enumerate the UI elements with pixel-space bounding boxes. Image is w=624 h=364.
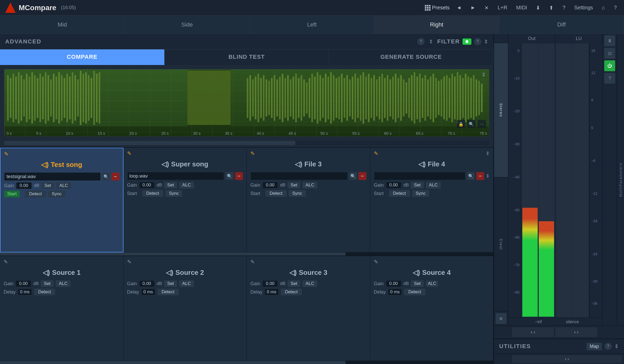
tab-left[interactable]: Left — [250, 16, 374, 34]
source-2-set-btn[interactable]: Set — [164, 182, 177, 188]
meter-camera-btn[interactable]: ⊡ — [604, 48, 615, 59]
source-2-gain-value[interactable]: 0.00 — [139, 182, 155, 188]
home-button[interactable]: ⌂ — [600, 4, 607, 12]
filter-toggle[interactable] — [463, 38, 471, 45]
transport-right-btn[interactable]: ‹ › — [555, 327, 597, 337]
waveform-scrollbar[interactable] — [4, 141, 489, 145]
help2-button[interactable]: ? — [612, 4, 619, 12]
source-1-gain-value[interactable]: 0.00 — [16, 182, 32, 189]
source-1-alc-btn[interactable]: ALC — [56, 182, 71, 189]
more-btn[interactable]: ⋯ — [478, 120, 486, 128]
transport-left-btn[interactable]: ‹ › — [512, 327, 554, 337]
source-5-gain-value[interactable]: 0.00 — [16, 280, 31, 287]
lr-button[interactable]: L+R — [496, 4, 509, 12]
lock-btn[interactable]: 🔒 — [457, 120, 465, 128]
source-4-file-input[interactable] — [374, 172, 466, 180]
source-3-gain-value[interactable]: 0.00 — [262, 182, 278, 188]
stereo-mode-btn[interactable]: Stereo — [494, 43, 508, 177]
source-4-name[interactable]: ◁) File 4 — [374, 158, 490, 170]
utilities-help-icon[interactable]: ? — [604, 343, 612, 350]
source-8-edit-icon[interactable]: ✎ — [374, 259, 378, 265]
source-6-detect-btn[interactable]: Detect — [157, 289, 178, 295]
zoom-out-btn[interactable]: 🔍 — [467, 120, 476, 128]
source-7-edit-icon[interactable]: ✎ — [250, 259, 255, 265]
import-button[interactable]: ⬇ — [534, 4, 542, 12]
tab-side[interactable]: Side — [125, 16, 250, 34]
source-3-file-input[interactable] — [250, 172, 348, 180]
source-1-file-input[interactable] — [4, 172, 101, 181]
source-6-set-btn[interactable]: Set — [164, 280, 177, 287]
source-4-arrow-btn[interactable]: ⇕ — [486, 173, 490, 179]
tab-blind-test[interactable]: BLIND TEST — [165, 49, 329, 65]
row2-scrollbar[interactable] — [0, 361, 493, 364]
tab-diff[interactable]: Diff — [499, 16, 624, 34]
source-1-detect-btn[interactable]: Detect — [25, 191, 46, 197]
source-3-search-btn[interactable]: 🔍 — [349, 172, 357, 180]
source-6-gain-value[interactable]: 0.00 — [139, 280, 155, 287]
help-icon[interactable]: ? — [560, 4, 567, 12]
source-1-edit-icon[interactable]: ✎ — [4, 151, 9, 157]
source-1-start-btn[interactable]: Start — [4, 191, 20, 197]
advanced-help-icon[interactable]: ? — [417, 38, 425, 45]
source-5-detect-btn[interactable]: Detect — [34, 289, 55, 295]
meter-help-btn[interactable]: ? — [604, 73, 615, 84]
source-2-remove-btn[interactable]: − — [235, 172, 243, 180]
source-1-set-btn[interactable]: Set — [41, 182, 54, 189]
source-1-remove-btn[interactable]: − — [112, 173, 119, 180]
meter-pause-btn[interactable]: ⏸ — [604, 35, 615, 46]
source-5-edit-icon[interactable]: ✎ — [4, 259, 8, 265]
source-7-name[interactable]: ◁) Source 3 — [250, 266, 366, 279]
source-4-gain-value[interactable]: 0.00 — [386, 182, 401, 188]
source-6-delay-value[interactable]: 0 ms — [141, 289, 155, 295]
source-3-edit-icon[interactable]: ✎ — [250, 150, 255, 157]
filter-help-icon[interactable]: ? — [474, 38, 481, 45]
prev-button[interactable]: ◄ — [454, 4, 464, 12]
source-3-remove-btn[interactable]: − — [359, 172, 366, 180]
source-6-alc-btn[interactable]: ALC — [179, 280, 194, 287]
source-8-name[interactable]: ◁) Source 4 — [374, 266, 490, 279]
source-8-gain-value[interactable]: 0.00 — [386, 280, 401, 287]
map-button[interactable]: Map — [587, 343, 602, 350]
source-7-gain-value[interactable]: 0.00 — [262, 280, 278, 287]
source-3-detect-btn[interactable]: Detect — [265, 190, 287, 197]
source-7-detect-btn[interactable]: Detect — [281, 289, 302, 295]
meter-table-icon[interactable]: ⊞ — [496, 313, 506, 324]
source-1-sync-btn[interactable]: Sync — [48, 191, 65, 197]
source-3-set-btn[interactable]: Set — [288, 182, 301, 188]
presets-button[interactable]: Presets — [425, 5, 450, 11]
source-5-set-btn[interactable]: Set — [41, 280, 54, 287]
settings-button[interactable]: Settings — [572, 4, 595, 12]
tab-compare[interactable]: COMPARE — [0, 49, 165, 65]
crest-mode-btn[interactable]: Crest — [494, 177, 508, 311]
export-button[interactable]: ⬆ — [547, 4, 556, 12]
source-2-alc-btn[interactable]: ALC — [179, 182, 194, 188]
source-4-detect-btn[interactable]: Detect — [389, 190, 410, 197]
source-4-set-btn[interactable]: Set — [411, 182, 424, 188]
utilities-expand-btn[interactable]: ⇕ — [614, 343, 619, 349]
source-7-set-btn[interactable]: Set — [288, 280, 301, 287]
source-1-search-btn[interactable]: 🔍 — [102, 173, 110, 180]
row1-scrollbar[interactable] — [0, 252, 493, 256]
source-6-edit-icon[interactable]: ✎ — [127, 259, 132, 265]
source-4-sync-btn[interactable]: Sync — [412, 190, 429, 197]
source-4-remove-btn[interactable]: − — [476, 172, 484, 180]
utilities-transport-left[interactable]: ‹ › — [512, 355, 622, 363]
close-button[interactable]: ✕ — [482, 4, 491, 12]
waveform-expand-btn[interactable]: ⇕ — [482, 72, 486, 78]
source-4-search-btn[interactable]: 🔍 — [467, 172, 475, 180]
source-5-alc-btn[interactable]: ALC — [56, 280, 70, 287]
source-7-delay-value[interactable]: 0 ms — [264, 289, 279, 295]
midi-button[interactable]: MIDI — [514, 4, 529, 12]
source-2-search-btn[interactable]: 🔍 — [226, 172, 233, 180]
source-2-sync-btn[interactable]: Sync — [165, 190, 183, 197]
source-4-alc-btn[interactable]: ALC — [426, 182, 441, 188]
source-1-name[interactable]: ◁) Test song — [4, 159, 119, 171]
source-8-delay-value[interactable]: 0 ms — [388, 289, 402, 295]
source-3-alc-btn[interactable]: ALC — [302, 182, 317, 188]
source-3-name[interactable]: ◁) File 3 — [250, 158, 366, 170]
source-5-delay-value[interactable]: 0 ms — [18, 289, 32, 295]
source-8-detect-btn[interactable]: Detect — [404, 289, 425, 295]
next-button[interactable]: ► — [468, 4, 478, 12]
source-5-name[interactable]: ◁) Source 1 — [4, 266, 120, 279]
tab-mid[interactable]: Mid — [0, 16, 125, 34]
